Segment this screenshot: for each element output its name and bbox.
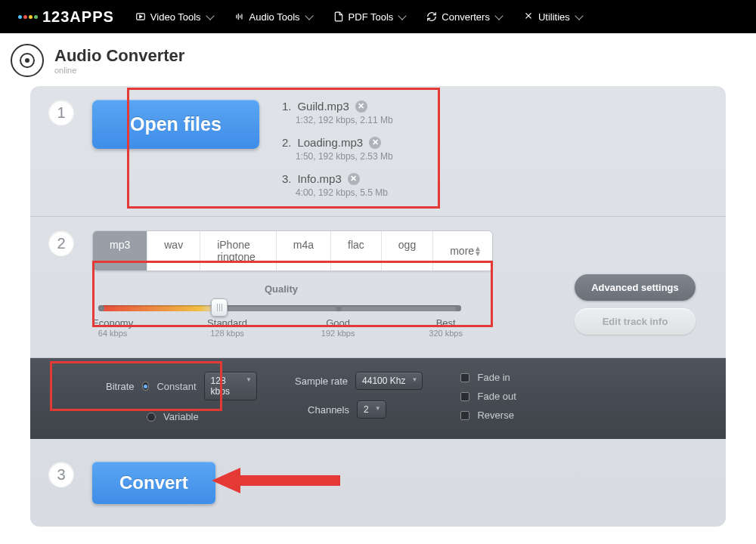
section-2: 2 mp3 wav iPhone ringtone m4a flac ogg m… [30, 217, 726, 358]
radio-variable[interactable] [147, 413, 156, 422]
tab-iphone[interactable]: iPhone ringtone [200, 231, 277, 270]
file-list: 1. Guild.mp3 ✕ 1:32, 192 kbps, 2.11 Mb 2… [282, 100, 393, 198]
radio-constant-label: Constant [156, 381, 196, 392]
file-meta: 1:50, 192 kbps, 2.53 Mb [296, 151, 393, 162]
open-files-button[interactable]: Open files [92, 100, 259, 149]
chevron-down-icon [575, 11, 583, 20]
tab-m4a[interactable]: m4a [277, 231, 331, 270]
radio-variable-label: Variable [163, 411, 199, 422]
quality-label: Quality [92, 283, 470, 295]
remove-file-button[interactable]: ✕ [369, 137, 381, 149]
file-name: Info.mp3 [297, 172, 341, 185]
nav-pdf-tools[interactable]: PDF Tools [333, 11, 406, 23]
reverse-label: Reverse [477, 410, 513, 421]
top-nav: 123APPS Video Tools Audio Tools PDF Tool… [0, 0, 756, 33]
quality-tick-good: Good192 kbps [321, 317, 355, 338]
svg-rect-3 [237, 14, 238, 20]
file-name: Guild.mp3 [297, 100, 349, 113]
step-number-1: 1 [48, 100, 74, 125]
tab-ogg[interactable]: ogg [382, 231, 433, 270]
nav-label: PDF Tools [349, 11, 394, 23]
converter-icon [426, 11, 437, 22]
tab-flac[interactable]: flac [331, 231, 382, 270]
quality-ticks: Economy64 kbps Standard128 kbps Good192 … [92, 317, 463, 338]
app-icon [11, 44, 44, 77]
svg-rect-5 [241, 14, 242, 20]
page-header: Audio Converter online [0, 33, 756, 86]
updown-icon: ▲▼ [474, 246, 482, 256]
page-subtitle: online [54, 66, 184, 75]
convert-button[interactable]: Convert [92, 462, 215, 504]
quality-tick-economy: Economy64 kbps [92, 317, 133, 338]
file-index: 3. [282, 172, 292, 185]
svg-marker-1 [140, 15, 142, 18]
advanced-settings-panel: Bitrate Constant 128 kbps Variable Sampl… [30, 358, 726, 439]
nav-label: Utilities [538, 11, 570, 23]
file-item: 2. Loading.mp3 ✕ 1:50, 192 kbps, 2.53 Mb [282, 136, 393, 162]
quality-slider[interactable] [98, 305, 461, 311]
nav-utilities[interactable]: Utilities [523, 11, 582, 23]
nav-label: Video Tools [150, 11, 201, 23]
checkbox-fadein[interactable] [460, 373, 469, 382]
remove-file-button[interactable]: ✕ [355, 100, 367, 113]
file-meta: 4:00, 192 kbps, 5.5 Mb [296, 187, 393, 198]
page-title: Audio Converter [54, 46, 184, 66]
audio-icon [234, 11, 245, 22]
svg-rect-4 [240, 15, 240, 18]
format-tabs: mp3 wav iPhone ringtone m4a flac ogg mor… [92, 230, 493, 271]
tab-more[interactable]: more ▲▼ [433, 231, 492, 270]
video-icon [135, 11, 146, 22]
file-name: Loading.mp3 [297, 136, 363, 149]
nav-converters[interactable]: Converters [426, 11, 502, 23]
arrow-annotation-icon [212, 462, 340, 499]
utilities-icon [523, 11, 534, 22]
svg-rect-2 [236, 15, 237, 19]
tab-wav[interactable]: wav [147, 231, 200, 270]
chevron-down-icon [206, 11, 214, 20]
section-3: 3 Convert [30, 439, 726, 527]
file-item: 1. Guild.mp3 ✕ 1:32, 192 kbps, 2.11 Mb [282, 100, 393, 125]
channels-label: Channels [295, 404, 349, 416]
checkbox-fadeout[interactable] [460, 392, 469, 401]
bitrate-label: Bitrate [106, 381, 135, 392]
step-number-2: 2 [48, 230, 74, 256]
samplerate-select[interactable]: 44100 Khz [355, 372, 423, 390]
logo-text: 123APPS [42, 8, 114, 26]
file-item: 3. Info.mp3 ✕ 4:00, 192 kbps, 5.5 Mb [282, 172, 393, 198]
samplerate-label: Sample rate [295, 376, 348, 387]
quality-tick-best: Best320 kbps [429, 317, 463, 338]
file-meta: 1:32, 192 kbps, 2.11 Mb [296, 115, 393, 125]
fadeout-label: Fade out [477, 391, 516, 402]
file-index: 1. [282, 100, 292, 113]
fadein-label: Fade in [477, 372, 510, 383]
tab-label: more [450, 245, 474, 257]
tab-mp3[interactable]: mp3 [93, 231, 147, 270]
chevron-down-icon [494, 11, 503, 20]
radio-constant[interactable] [142, 382, 150, 391]
step-number-3: 3 [48, 462, 74, 487]
nav-label: Audio Tools [249, 11, 300, 23]
checkbox-reverse[interactable] [460, 411, 469, 420]
quality-tick-standard: Standard128 kbps [207, 317, 247, 338]
remove-file-button[interactable]: ✕ [348, 173, 360, 185]
channels-select[interactable]: 2 [357, 400, 386, 419]
main-panel: 1 Open files 1. Guild.mp3 ✕ 1:32, 192 kb… [30, 86, 726, 527]
bitrate-select[interactable]: 128 kbps [204, 372, 257, 400]
nav-audio-tools[interactable]: Audio Tools [234, 11, 312, 23]
file-index: 2. [282, 136, 292, 149]
svg-marker-8 [212, 468, 340, 493]
chevron-down-icon [398, 11, 407, 20]
pdf-icon [333, 11, 344, 22]
advanced-settings-button[interactable]: Advanced settings [575, 274, 696, 301]
section-1: 1 Open files 1. Guild.mp3 ✕ 1:32, 192 kb… [30, 86, 726, 217]
logo[interactable]: 123APPS [18, 8, 114, 26]
nav-label: Converters [442, 11, 490, 23]
logo-dots-icon [18, 15, 38, 19]
slider-handle[interactable] [211, 298, 228, 317]
edit-track-info-button[interactable]: Edit track info [575, 308, 696, 335]
nav-video-tools[interactable]: Video Tools [135, 11, 213, 23]
chevron-down-icon [305, 11, 313, 20]
